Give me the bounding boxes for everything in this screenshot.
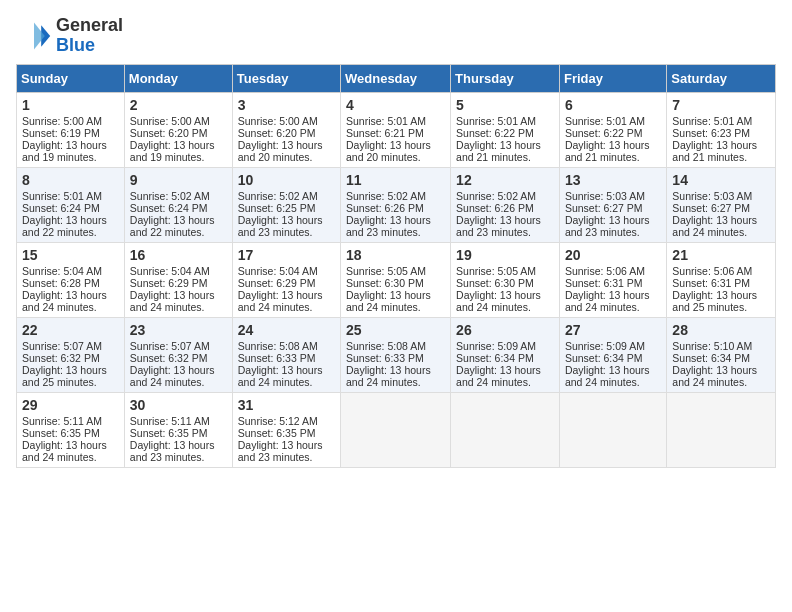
sunrise-label: Sunrise: 5:04 AM <box>22 265 102 277</box>
logo-icon <box>16 18 52 54</box>
calendar-cell <box>451 392 560 467</box>
calendar-cell: 3 Sunrise: 5:00 AM Sunset: 6:20 PM Dayli… <box>232 92 340 167</box>
calendar-cell: 31 Sunrise: 5:12 AM Sunset: 6:35 PM Dayl… <box>232 392 340 467</box>
day-number: 20 <box>565 247 661 263</box>
daylight-label: Daylight: 13 hours and 25 minutes. <box>22 364 107 388</box>
days-of-week-row: SundayMondayTuesdayWednesdayThursdayFrid… <box>17 64 776 92</box>
sunset-label: Sunset: 6:30 PM <box>346 277 424 289</box>
calendar-cell: 17 Sunrise: 5:04 AM Sunset: 6:29 PM Dayl… <box>232 242 340 317</box>
day-of-week-header: Friday <box>559 64 666 92</box>
daylight-label: Daylight: 13 hours and 24 minutes. <box>346 289 431 313</box>
daylight-label: Daylight: 13 hours and 23 minutes. <box>456 214 541 238</box>
sunrise-label: Sunrise: 5:05 AM <box>456 265 536 277</box>
daylight-label: Daylight: 13 hours and 20 minutes. <box>346 139 431 163</box>
logo-text: General Blue <box>56 16 123 56</box>
calendar-cell: 19 Sunrise: 5:05 AM Sunset: 6:30 PM Dayl… <box>451 242 560 317</box>
day-number: 16 <box>130 247 227 263</box>
daylight-label: Daylight: 13 hours and 24 minutes. <box>672 364 757 388</box>
daylight-label: Daylight: 13 hours and 23 minutes. <box>238 439 323 463</box>
sunrise-label: Sunrise: 5:01 AM <box>346 115 426 127</box>
daylight-label: Daylight: 13 hours and 23 minutes. <box>130 439 215 463</box>
daylight-label: Daylight: 13 hours and 24 minutes. <box>565 289 650 313</box>
sunrise-label: Sunrise: 5:11 AM <box>130 415 210 427</box>
calendar-cell: 7 Sunrise: 5:01 AM Sunset: 6:23 PM Dayli… <box>667 92 776 167</box>
day-number: 18 <box>346 247 445 263</box>
day-number: 3 <box>238 97 335 113</box>
calendar-cell: 5 Sunrise: 5:01 AM Sunset: 6:22 PM Dayli… <box>451 92 560 167</box>
calendar-week-row: 22 Sunrise: 5:07 AM Sunset: 6:32 PM Dayl… <box>17 317 776 392</box>
daylight-label: Daylight: 13 hours and 24 minutes. <box>130 289 215 313</box>
daylight-label: Daylight: 13 hours and 24 minutes. <box>238 364 323 388</box>
daylight-label: Daylight: 13 hours and 21 minutes. <box>565 139 650 163</box>
sunrise-label: Sunrise: 5:02 AM <box>346 190 426 202</box>
daylight-label: Daylight: 13 hours and 24 minutes. <box>130 364 215 388</box>
day-number: 17 <box>238 247 335 263</box>
sunrise-label: Sunrise: 5:01 AM <box>565 115 645 127</box>
daylight-label: Daylight: 13 hours and 23 minutes. <box>346 214 431 238</box>
day-number: 25 <box>346 322 445 338</box>
calendar-cell: 21 Sunrise: 5:06 AM Sunset: 6:31 PM Dayl… <box>667 242 776 317</box>
sunset-label: Sunset: 6:26 PM <box>456 202 534 214</box>
sunrise-label: Sunrise: 5:09 AM <box>565 340 645 352</box>
calendar-cell: 12 Sunrise: 5:02 AM Sunset: 6:26 PM Dayl… <box>451 167 560 242</box>
sunset-label: Sunset: 6:33 PM <box>346 352 424 364</box>
calendar-week-row: 15 Sunrise: 5:04 AM Sunset: 6:28 PM Dayl… <box>17 242 776 317</box>
calendar-cell: 15 Sunrise: 5:04 AM Sunset: 6:28 PM Dayl… <box>17 242 125 317</box>
day-number: 19 <box>456 247 554 263</box>
calendar-cell: 8 Sunrise: 5:01 AM Sunset: 6:24 PM Dayli… <box>17 167 125 242</box>
svg-marker-1 <box>34 22 45 49</box>
sunset-label: Sunset: 6:34 PM <box>672 352 750 364</box>
daylight-label: Daylight: 13 hours and 24 minutes. <box>456 364 541 388</box>
day-number: 2 <box>130 97 227 113</box>
calendar-cell: 13 Sunrise: 5:03 AM Sunset: 6:27 PM Dayl… <box>559 167 666 242</box>
sunrise-label: Sunrise: 5:00 AM <box>22 115 102 127</box>
page-header: General Blue <box>16 16 776 56</box>
sunset-label: Sunset: 6:29 PM <box>130 277 208 289</box>
sunrise-label: Sunrise: 5:08 AM <box>238 340 318 352</box>
day-number: 5 <box>456 97 554 113</box>
sunrise-label: Sunrise: 5:04 AM <box>238 265 318 277</box>
day-number: 22 <box>22 322 119 338</box>
sunset-label: Sunset: 6:34 PM <box>456 352 534 364</box>
sunset-label: Sunset: 6:20 PM <box>130 127 208 139</box>
sunset-label: Sunset: 6:22 PM <box>456 127 534 139</box>
sunset-label: Sunset: 6:20 PM <box>238 127 316 139</box>
sunset-label: Sunset: 6:23 PM <box>672 127 750 139</box>
daylight-label: Daylight: 13 hours and 20 minutes. <box>238 139 323 163</box>
day-number: 13 <box>565 172 661 188</box>
sunset-label: Sunset: 6:32 PM <box>130 352 208 364</box>
sunset-label: Sunset: 6:34 PM <box>565 352 643 364</box>
daylight-label: Daylight: 13 hours and 24 minutes. <box>456 289 541 313</box>
sunrise-label: Sunrise: 5:07 AM <box>22 340 102 352</box>
day-number: 6 <box>565 97 661 113</box>
sunrise-label: Sunrise: 5:07 AM <box>130 340 210 352</box>
daylight-label: Daylight: 13 hours and 24 minutes. <box>238 289 323 313</box>
day-number: 10 <box>238 172 335 188</box>
day-number: 12 <box>456 172 554 188</box>
sunset-label: Sunset: 6:21 PM <box>346 127 424 139</box>
calendar-cell: 24 Sunrise: 5:08 AM Sunset: 6:33 PM Dayl… <box>232 317 340 392</box>
calendar-cell: 18 Sunrise: 5:05 AM Sunset: 6:30 PM Dayl… <box>341 242 451 317</box>
day-number: 11 <box>346 172 445 188</box>
sunrise-label: Sunrise: 5:01 AM <box>22 190 102 202</box>
sunset-label: Sunset: 6:35 PM <box>130 427 208 439</box>
sunrise-label: Sunrise: 5:02 AM <box>238 190 318 202</box>
sunrise-label: Sunrise: 5:03 AM <box>672 190 752 202</box>
sunrise-label: Sunrise: 5:00 AM <box>130 115 210 127</box>
day-number: 26 <box>456 322 554 338</box>
sunrise-label: Sunrise: 5:05 AM <box>346 265 426 277</box>
calendar-cell: 9 Sunrise: 5:02 AM Sunset: 6:24 PM Dayli… <box>124 167 232 242</box>
day-number: 23 <box>130 322 227 338</box>
day-number: 9 <box>130 172 227 188</box>
sunset-label: Sunset: 6:24 PM <box>22 202 100 214</box>
sunset-label: Sunset: 6:22 PM <box>565 127 643 139</box>
day-number: 7 <box>672 97 770 113</box>
calendar-cell: 29 Sunrise: 5:11 AM Sunset: 6:35 PM Dayl… <box>17 392 125 467</box>
sunrise-label: Sunrise: 5:01 AM <box>456 115 536 127</box>
daylight-label: Daylight: 13 hours and 22 minutes. <box>22 214 107 238</box>
day-number: 8 <box>22 172 119 188</box>
calendar-cell <box>341 392 451 467</box>
calendar-cell <box>667 392 776 467</box>
daylight-label: Daylight: 13 hours and 21 minutes. <box>672 139 757 163</box>
calendar-cell: 26 Sunrise: 5:09 AM Sunset: 6:34 PM Dayl… <box>451 317 560 392</box>
